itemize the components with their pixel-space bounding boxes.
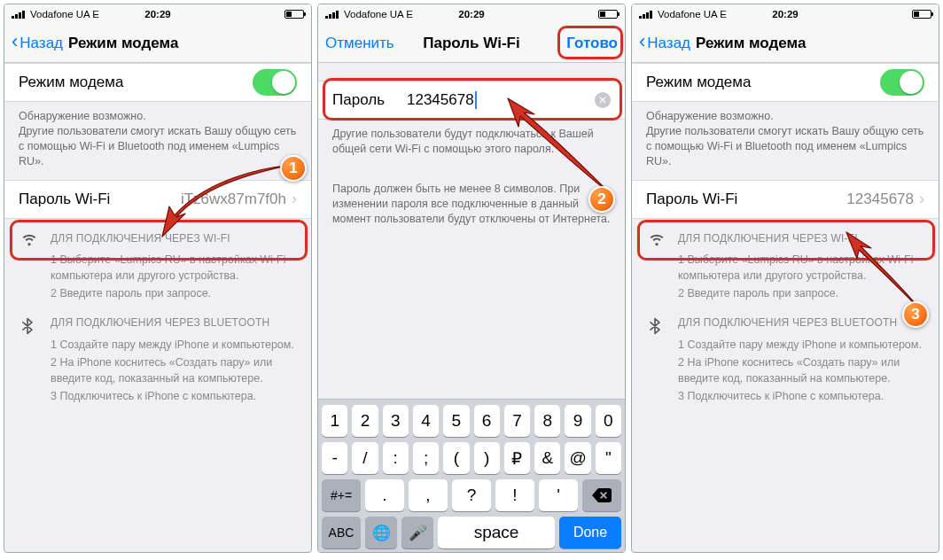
key-abc[interactable]: ABC — [322, 517, 361, 548]
keyboard-row-1: 1234567890 — [322, 405, 621, 437]
key-char[interactable]: 3 — [383, 405, 409, 437]
key-char[interactable]: 2 — [352, 405, 378, 437]
screen-1: Vodafone UA E 20:29 ‹ Назад Режим модема… — [4, 4, 312, 553]
password-help-1: Другие пользователи будут подключаться к… — [318, 120, 625, 167]
battery-icon — [912, 10, 931, 19]
key-char[interactable]: 6 — [474, 405, 500, 437]
key-done[interactable]: Done — [559, 517, 621, 548]
key-char[interactable]: ? — [452, 479, 491, 511]
carrier-label: Vodafone UA E — [30, 4, 99, 24]
status-bar: Vodafone UA E 20:29 — [4, 4, 311, 24]
key-globe-icon[interactable]: 🌐 — [365, 517, 397, 548]
wifi-instructions: ДЛЯ ПОДКЛЮЧЕНИЯ ЧЕРЕЗ WI-FI 1 Выберите «… — [4, 219, 311, 304]
key-char[interactable]: ( — [443, 442, 469, 474]
bluetooth-instructions: ДЛЯ ПОДКЛЮЧЕНИЯ ЧЕРЕЗ BLUETOOTH 1 Создай… — [632, 303, 939, 406]
key-alt-symbols[interactable]: #+= — [322, 479, 361, 511]
key-char[interactable]: : — [383, 442, 409, 474]
password-field-row[interactable]: Пароль 12345678 ✕ — [318, 81, 625, 120]
back-label: Назад — [19, 35, 63, 52]
nav-bar: Отменить Пароль Wi-Fi Готово — [318, 24, 625, 63]
key-mic-icon[interactable]: 🎤 — [401, 517, 433, 548]
toggle-switch[interactable] — [880, 69, 924, 96]
carrier-label: Vodafone UA E — [344, 4, 413, 24]
key-char[interactable]: 5 — [443, 405, 469, 437]
wifi-password-label: Пароль Wi-Fi — [646, 191, 737, 208]
key-char[interactable]: @ — [565, 442, 590, 474]
chevron-left-icon: ‹ — [639, 32, 645, 51]
password-input[interactable]: 12345678 — [407, 91, 595, 110]
key-char[interactable]: 9 — [565, 405, 590, 437]
keyboard-row-3: #+= . , ? ! ' — [322, 479, 621, 511]
status-time: 20:29 — [458, 4, 484, 24]
discoverability-footer: Обнаружение возможно. Другие пользовател… — [4, 102, 311, 180]
key-char[interactable]: ; — [413, 442, 439, 474]
key-char[interactable]: 1 — [322, 405, 347, 437]
nav-bar: ‹ Назад Режим модема — [4, 24, 311, 63]
toggle-switch[interactable] — [253, 69, 297, 96]
keyboard-row-bottom: ABC 🌐 🎤 space Done — [322, 517, 621, 548]
clear-icon[interactable]: ✕ — [595, 92, 611, 108]
key-char[interactable]: - — [322, 442, 347, 474]
password-label: Пароль — [332, 91, 407, 109]
nav-title: Режим модема — [696, 35, 806, 52]
nav-title: Режим модема — [68, 35, 178, 52]
cancel-button[interactable]: Отменить — [325, 35, 394, 52]
key-char[interactable]: ) — [474, 442, 500, 474]
status-bar: Vodafone UA E 20:29 — [318, 4, 625, 24]
status-time: 20:29 — [144, 4, 170, 24]
toggle-label: Режим модема — [646, 74, 751, 91]
key-char[interactable]: / — [352, 442, 378, 474]
signal-icon — [639, 10, 652, 19]
key-space[interactable]: space — [438, 517, 555, 548]
key-char[interactable]: 7 — [504, 405, 530, 437]
screen-3: Vodafone UA E 20:29 ‹ Назад Режим модема… — [631, 4, 939, 553]
wifi-icon — [646, 228, 667, 304]
back-label: Назад — [647, 35, 690, 52]
bluetooth-instructions: ДЛЯ ПОДКЛЮЧЕНИЯ ЧЕРЕЗ BLUETOOTH 1 Создай… — [4, 303, 311, 406]
bluetooth-icon — [646, 312, 667, 406]
bluetooth-icon — [19, 312, 40, 406]
hotspot-toggle-row[interactable]: Режим модема — [4, 63, 311, 102]
wifi-password-row[interactable]: Пароль Wi-Fi 12345678 › — [632, 180, 939, 219]
nav-bar: ‹ Назад Режим модема — [632, 24, 939, 63]
key-char[interactable]: ₽ — [504, 442, 530, 474]
wifi-instructions: ДЛЯ ПОДКЛЮЧЕНИЯ ЧЕРЕЗ WI-FI 1 Выберите «… — [632, 219, 939, 304]
battery-icon — [284, 10, 304, 19]
wifi-password-value: 12345678 — [846, 191, 914, 208]
done-button[interactable]: Готово — [566, 35, 618, 52]
key-backspace[interactable] — [582, 479, 621, 511]
key-char[interactable]: " — [596, 442, 621, 474]
key-char[interactable]: & — [534, 442, 560, 474]
chevron-right-icon: › — [292, 190, 297, 208]
wifi-password-label: Пароль Wi-Fi — [19, 191, 110, 208]
password-help-2: Пароль должен быть не менее 8 символов. … — [318, 167, 625, 237]
signal-icon — [12, 10, 25, 19]
key-char[interactable]: 4 — [413, 405, 439, 437]
key-char[interactable]: , — [409, 479, 448, 511]
key-char[interactable]: ' — [539, 479, 578, 511]
carrier-label: Vodafone UA E — [658, 4, 727, 24]
hotspot-toggle-row[interactable]: Режим модема — [632, 63, 939, 102]
key-char[interactable]: 8 — [534, 405, 560, 437]
status-bar: Vodafone UA E 20:29 — [632, 4, 939, 24]
chevron-right-icon: › — [919, 190, 924, 208]
screen-2: Vodafone UA E 20:29 Отменить Пароль Wi-F… — [317, 4, 626, 553]
key-char[interactable]: 0 — [596, 405, 621, 437]
toggle-label: Режим модема — [19, 74, 123, 91]
back-button[interactable]: ‹ Назад — [639, 35, 690, 52]
battery-icon — [598, 10, 618, 19]
wifi-password-value: iTz6wx87m7f0h — [181, 191, 286, 208]
discoverability-footer: Обнаружение возможно. Другие пользовател… — [632, 102, 939, 180]
signal-icon — [325, 10, 339, 19]
wifi-password-row[interactable]: Пароль Wi-Fi iTz6wx87m7f0h › — [4, 180, 311, 219]
status-time: 20:29 — [772, 4, 798, 24]
keyboard[interactable]: 1234567890 -/:;()₽&@" #+= . , ? ! ' ABC … — [318, 399, 625, 552]
wifi-icon — [19, 228, 40, 304]
key-char[interactable]: . — [365, 479, 404, 511]
key-char[interactable]: ! — [495, 479, 534, 511]
keyboard-row-2: -/:;()₽&@" — [322, 442, 621, 474]
back-button[interactable]: ‹ Назад — [12, 35, 63, 52]
chevron-left-icon: ‹ — [12, 32, 18, 51]
